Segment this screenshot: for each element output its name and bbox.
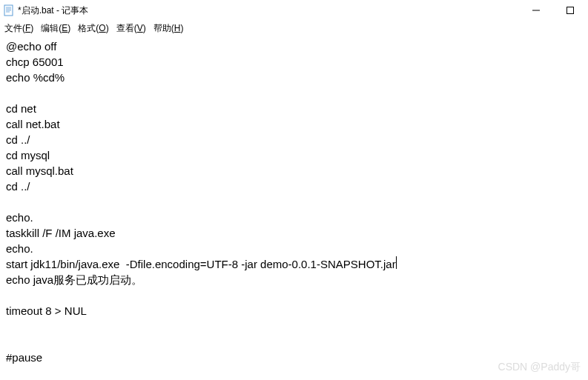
notepad-icon <box>3 4 15 16</box>
menubar: 文件(F) 编辑(E) 格式(O) 查看(V) 帮助(H) <box>0 21 588 36</box>
maximize-button[interactable] <box>560 3 581 18</box>
menu-file[interactable]: 文件(F) <box>4 22 33 35</box>
window-title: *启动.bat - 记事本 <box>18 4 526 17</box>
svg-rect-6 <box>567 7 574 14</box>
text-cursor <box>396 256 397 269</box>
menu-help[interactable]: 帮助(H) <box>153 22 184 35</box>
text-area[interactable]: @echo off chcp 65001 echo %cd% cd net ca… <box>0 36 588 368</box>
titlebar: *启动.bat - 记事本 <box>0 0 588 21</box>
minimize-button[interactable] <box>526 3 546 18</box>
watermark: CSDN @Paddy哥 <box>498 361 581 374</box>
window-controls <box>526 3 581 18</box>
menu-view[interactable]: 查看(V) <box>116 22 146 35</box>
menu-format[interactable]: 格式(O) <box>78 22 108 35</box>
menu-edit[interactable]: 编辑(E) <box>41 22 70 35</box>
